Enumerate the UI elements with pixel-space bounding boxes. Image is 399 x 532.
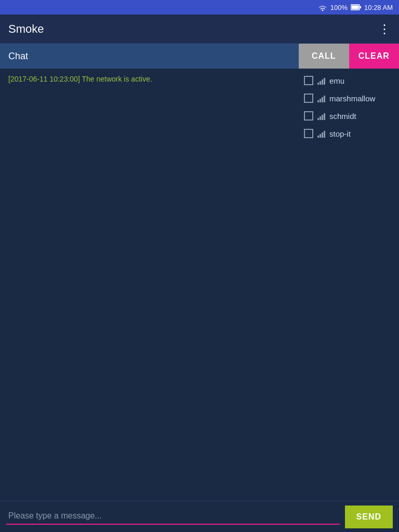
- contact-checkbox-emu[interactable]: [304, 76, 313, 85]
- system-message: [2017-06-11 10:23:00] The network is act…: [8, 75, 290, 83]
- send-button[interactable]: SEND: [345, 506, 393, 528]
- contact-item: stop-it: [299, 125, 399, 142]
- contact-checkbox-marshmallow[interactable]: [304, 94, 313, 103]
- chat-panel: Chat [2017-06-11 10:23:00] The network i…: [0, 44, 299, 501]
- svg-rect-1: [352, 6, 359, 9]
- contact-checkbox-stop-it[interactable]: [304, 129, 313, 138]
- app-title: Smoke: [8, 22, 44, 36]
- message-input[interactable]: [6, 509, 340, 525]
- contact-checkbox-schmidt[interactable]: [304, 111, 313, 121]
- right-panel: CALL CLEAR emumarshmallowschmidtstop-it: [299, 44, 399, 501]
- contact-item: schmidt: [299, 107, 399, 125]
- contact-name: emu: [329, 76, 344, 85]
- contact-item: emu: [299, 72, 399, 89]
- action-buttons: CALL CLEAR: [299, 44, 399, 69]
- battery-level: 100%: [330, 4, 348, 11]
- input-bar: SEND: [0, 501, 399, 532]
- time-display: 10:28 AM: [364, 4, 393, 11]
- app-bar: Smoke ⋮: [0, 15, 399, 44]
- clear-button[interactable]: CLEAR: [349, 44, 400, 69]
- chat-messages: [2017-06-11 10:23:00] The network is act…: [0, 69, 299, 501]
- signal-icon: [317, 112, 325, 120]
- signal-icon: [317, 94, 325, 102]
- contact-name: marshmallow: [329, 94, 375, 103]
- battery-icon: [351, 4, 361, 10]
- contact-item: marshmallow: [299, 89, 399, 107]
- status-icons: 100% 10:28 AM: [318, 4, 393, 11]
- chat-title: Chat: [8, 51, 28, 62]
- chat-header: Chat: [0, 44, 299, 69]
- more-options-button[interactable]: ⋮: [378, 22, 391, 36]
- contact-list: emumarshmallowschmidtstop-it: [299, 69, 399, 145]
- signal-icon: [317, 129, 325, 138]
- signal-icon: [317, 76, 325, 85]
- status-bar: 100% 10:28 AM: [0, 0, 399, 15]
- main-content: Chat [2017-06-11 10:23:00] The network i…: [0, 44, 399, 501]
- contact-name: schmidt: [329, 112, 356, 121]
- call-button[interactable]: CALL: [299, 44, 349, 69]
- wifi-icon: [318, 4, 327, 11]
- svg-rect-2: [360, 6, 362, 8]
- contact-name: stop-it: [329, 129, 351, 138]
